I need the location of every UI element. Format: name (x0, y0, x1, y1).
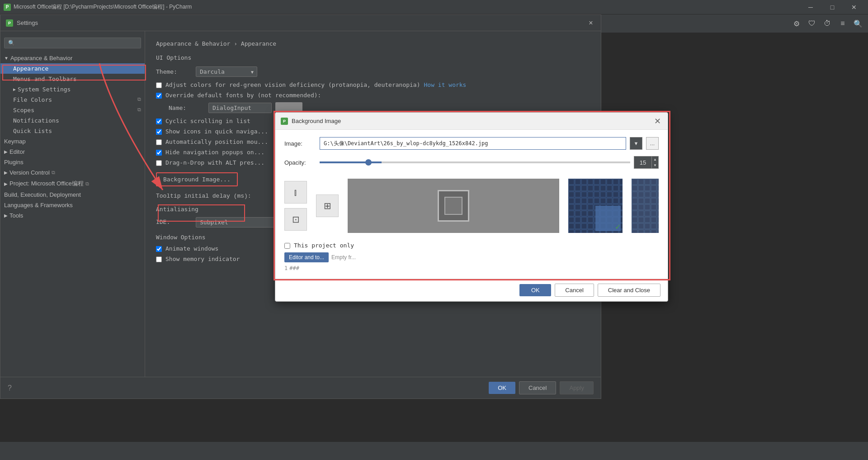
drag-drop-label: Drag-n-Drop with ALT pres... (165, 159, 264, 166)
bg-dialog-title: Background Image (292, 118, 652, 124)
close-button[interactable]: ✕ (844, 0, 864, 14)
bg-image-dialog: P Background Image ✕ Image: ▼ … Opacity:… (275, 112, 668, 302)
center-preview-area (348, 179, 559, 233)
toolbar-icon-3[interactable]: ⏱ (821, 17, 834, 30)
auto-position-checkbox[interactable] (156, 139, 162, 145)
sidebar-section-keymap[interactable]: Keymap (0, 136, 145, 147)
sidebar-section-tools[interactable]: ▶ Tools (0, 210, 145, 221)
sidebar-section-project[interactable]: ▶ Project: Microsoft Office编程 ⧉ (0, 178, 145, 190)
help-button[interactable]: ? (8, 384, 12, 392)
sidebar-section-plugins[interactable]: Plugins (0, 157, 145, 167)
search-toolbar-button[interactable]: 🔍 (852, 17, 864, 30)
expand-arrow-icon: ▼ (4, 56, 9, 61)
auto-position-label: Automatically position mou... (165, 138, 268, 145)
font-size-input (275, 102, 302, 113)
layout-center-button[interactable]: ⊡ (284, 208, 307, 231)
sidebar-item-file-colors[interactable]: File Colors ⧉ (0, 95, 145, 105)
ui-options-label: UI Options (156, 54, 590, 61)
opacity-slider[interactable] (320, 161, 630, 163)
pattern-preview: ✓ (568, 179, 623, 233)
layout-icon-group-2: ⊞ (316, 194, 339, 217)
sidebar-item-label: Editor (9, 148, 25, 155)
animate-windows-label: Animate windows (165, 245, 218, 252)
hash-label: ### (289, 265, 299, 271)
sidebar-item-quick-lists[interactable]: Quick Lists (0, 126, 145, 136)
bg-dialog-clear-button[interactable]: Clear and Close (598, 284, 660, 297)
toolbar-icon-2[interactable]: 🛡 (806, 17, 818, 30)
layout-preview-area: ⫿ ⊡ ⊞ (284, 175, 659, 237)
search-input[interactable] (4, 38, 141, 48)
opacity-decrement-button[interactable]: ▼ (652, 162, 658, 168)
sidebar-section-editor[interactable]: ▶ Editor (0, 147, 145, 157)
bg-dialog-ok-button[interactable]: OK (519, 284, 551, 296)
sidebar-section-build[interactable]: Build, Execution, Deployment (0, 190, 145, 200)
name-input[interactable] (208, 103, 272, 113)
sidebar-item-menus-toolbars[interactable]: Menus and Toolbars (0, 74, 145, 84)
layout-columns-button[interactable]: ⫿ (284, 181, 307, 204)
title-bar: P Microsoft Office编程 [D:\PycharmProjects… (0, 0, 868, 14)
copy-icon: ⧉ (137, 96, 141, 102)
sidebar-item-label: Appearance (13, 65, 48, 72)
override-fonts-row: Override default fonts by (not recommend… (156, 92, 590, 99)
sidebar-section-appearance-behavior[interactable]: ▼ Appearance & Behavior (0, 53, 145, 63)
settings-sidebar: ▼ Appearance & Behavior Appearance Menus… (0, 31, 145, 377)
hide-navigation-checkbox[interactable] (156, 150, 162, 156)
minimize-button[interactable]: ─ (800, 0, 821, 14)
empty-fr-label: Empty fr... (331, 254, 356, 261)
sidebar-item-label: Tools (9, 212, 23, 219)
show-icons-checkbox[interactable] (156, 129, 162, 135)
settings-close-button[interactable]: × (586, 19, 595, 28)
opacity-value-input[interactable] (634, 156, 651, 168)
toolbar-icon-1[interactable]: ⚙ (790, 17, 803, 30)
vision-deficiency-row: Adjust colors for red-green vision defic… (156, 81, 590, 88)
maximize-button[interactable]: □ (822, 0, 843, 14)
opacity-spinner-arrows: ▲ ▼ (651, 156, 658, 168)
override-fonts-checkbox[interactable] (156, 93, 162, 99)
ide-label: IDE: (156, 219, 192, 226)
breadcrumb: Appearance & Behavior › Appearance (156, 40, 590, 47)
toolbar-icon-4[interactable]: ≡ (836, 17, 849, 30)
sidebar-item-label: Version Control (9, 169, 50, 176)
editor-and-to-button[interactable]: Editor and to... (284, 252, 329, 262)
vision-deficiency-checkbox[interactable] (156, 82, 162, 88)
settings-apply-button[interactable]: Apply (560, 381, 594, 394)
sidebar-section-version-control[interactable]: ▶ Version Control ⧉ (0, 167, 145, 178)
sidebar-item-appearance[interactable]: Appearance (0, 63, 145, 74)
app-icon: P (4, 4, 11, 11)
settings-cancel-button[interactable]: Cancel (519, 381, 556, 394)
window-controls: ─ □ ✕ (800, 0, 864, 14)
background-image-button[interactable]: Background Image... (156, 172, 238, 186)
theme-dropdown-wrapper: Darcula IntelliJ High Contrast (196, 66, 257, 77)
animate-windows-checkbox[interactable] (156, 246, 162, 252)
sidebar-section-languages[interactable]: Languages & Frameworks (0, 200, 145, 210)
cyclic-scrolling-checkbox[interactable] (156, 119, 162, 124)
settings-ok-button[interactable]: OK (489, 382, 515, 394)
show-memory-checkbox[interactable] (156, 256, 162, 262)
top-toolbar-icons: ⚙ 🛡 ⏱ ≡ 🔍 (601, 14, 868, 33)
theme-dropdown[interactable]: Darcula IntelliJ High Contrast (196, 66, 257, 77)
tooltip-label: Tooltip initial delay (ms): (156, 193, 251, 199)
image-browse-button[interactable]: … (646, 137, 659, 150)
override-fonts-label: Override default fonts by (not recommend… (165, 92, 321, 99)
opacity-spinner-container: ▲ ▼ (634, 156, 659, 169)
image-dropdown-button[interactable]: ▼ (630, 137, 642, 150)
drag-drop-checkbox[interactable] (156, 160, 162, 166)
sidebar-item-scopes[interactable]: Scopes ⧉ (0, 105, 145, 115)
this-project-only-checkbox[interactable] (284, 243, 290, 249)
copy-icon: ⧉ (85, 181, 89, 187)
settings-bottom-bar: ? OK Cancel Apply (0, 377, 601, 398)
bg-dialog-cancel-button[interactable]: Cancel (555, 284, 594, 297)
image-path-input[interactable] (320, 137, 626, 150)
checkmark-icon: ✓ (615, 223, 621, 231)
layout-fill-button[interactable]: ⊞ (316, 194, 339, 217)
sidebar-item-system-settings[interactable]: ▶ System Settings (0, 84, 145, 95)
how-it-works-link[interactable]: How it works (424, 81, 467, 88)
bg-dialog-close-button[interactable]: ✕ (652, 116, 662, 126)
sidebar-item-notifications[interactable]: Notifications (0, 115, 145, 126)
bg-dialog-footer: OK Cancel Clear and Close (275, 279, 668, 301)
opacity-increment-button[interactable]: ▲ (652, 156, 658, 162)
sidebar-item-label: System Settings (18, 86, 71, 93)
pattern-preview-right (632, 179, 659, 233)
theme-label: Theme: (156, 68, 192, 75)
expand-arrow-icon: ▶ (4, 213, 8, 218)
